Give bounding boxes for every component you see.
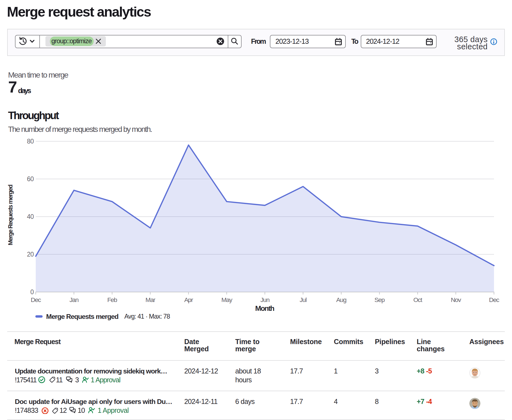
svg-text:Avg: 41 · Max: 78: Avg: 41 · Max: 78 [124,313,170,320]
svg-text:May: May [221,296,233,303]
svg-text:Month: Month [255,304,274,313]
svg-text:Feb: Feb [107,296,117,303]
svg-text:Oct: Oct [413,296,423,303]
svg-text:Sep: Sep [375,296,385,303]
svg-text:Jul: Jul [299,296,306,303]
svg-text:Nov: Nov [451,296,461,303]
svg-text:40: 40 [27,213,34,220]
svg-text:Merge Requests merged: Merge Requests merged [46,313,119,320]
svg-text:Dec: Dec [31,296,41,303]
svg-text:80: 80 [27,138,34,145]
svg-text:Dec: Dec [489,296,499,303]
svg-text:Mar: Mar [145,296,156,303]
svg-text:Merge Requests merged: Merge Requests merged [7,185,14,245]
svg-text:Apr: Apr [184,296,193,303]
svg-text:Jun: Jun [260,296,270,303]
svg-text:20: 20 [27,251,34,258]
svg-text:60: 60 [27,175,34,183]
svg-text:Aug: Aug [336,296,347,303]
svg-text:Jan: Jan [70,296,79,303]
svg-text:0: 0 [30,288,34,296]
